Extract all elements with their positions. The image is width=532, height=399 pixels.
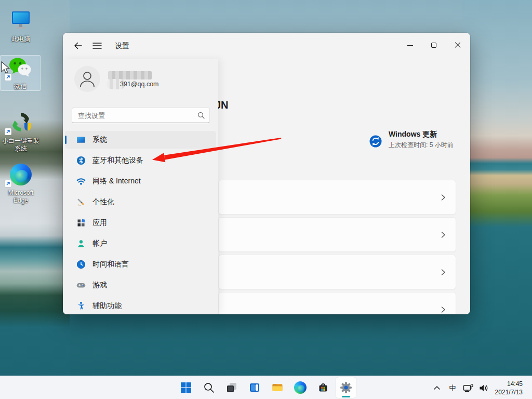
settings-taskbar-button[interactable]: [336, 377, 356, 398]
apps-icon: [76, 218, 86, 228]
ime-indicator[interactable]: 中: [445, 376, 460, 399]
nav-item-time-language[interactable]: 时间和语言: [65, 256, 216, 273]
search-icon: [203, 382, 215, 393]
settings-row[interactable]: [218, 217, 456, 252]
clock-date: 2021/7/13: [491, 388, 523, 396]
shortcut-arrow-icon: [5, 180, 11, 187]
settings-gear-icon: [339, 381, 353, 394]
accounts-icon: [76, 239, 86, 248]
settings-nav-pane: 391@qq.com 系统: [63, 59, 218, 314]
nav-item-apps[interactable]: 应用: [65, 214, 216, 232]
maximize-icon: [431, 43, 436, 48]
menu-button[interactable]: [90, 39, 104, 52]
ethernet-icon: [463, 383, 473, 393]
desktop-icon-label: 微信: [14, 83, 26, 90]
gamepad-icon: [76, 281, 86, 290]
nav-item-personalization[interactable]: 个性化: [65, 193, 216, 211]
file-explorer-icon: [271, 381, 284, 394]
nav-item-label: 应用: [92, 218, 107, 228]
edge-icon: [1, 162, 41, 187]
nav-item-label: 游戏: [92, 281, 107, 290]
widgets-icon: [248, 381, 261, 394]
chevron-right-icon: [440, 269, 446, 276]
close-button[interactable]: [446, 36, 470, 55]
store-button[interactable]: [313, 377, 334, 398]
windows-update-title: Windows 更新: [389, 130, 437, 139]
nav-item-label: 网络 & Internet: [92, 177, 141, 186]
nav-item-label: 帐户: [92, 239, 107, 248]
personalization-brush-icon: [76, 197, 86, 207]
settings-row[interactable]: [218, 255, 456, 289]
bluetooth-icon: [76, 156, 86, 165]
network-tray-button[interactable]: [460, 376, 476, 399]
nav-item-label: 个性化: [92, 197, 114, 207]
edge-taskbar-button[interactable]: [290, 377, 311, 398]
settings-window: 设置 JN Windows 更新: [63, 33, 470, 314]
clock-icon: [76, 260, 86, 269]
desktop-icon-label-line1: Microsoft: [1, 189, 41, 197]
task-view-button[interactable]: [221, 377, 242, 398]
volume-icon: [478, 383, 489, 393]
nav-item-bluetooth-devices[interactable]: 蓝牙和其他设备: [65, 152, 216, 169]
avatar[interactable]: [74, 66, 100, 92]
nav-item-accounts[interactable]: 帐户: [65, 235, 216, 252]
desktop-icon-edge[interactable]: Microsoft Edge: [1, 162, 41, 205]
desktop-icon-this-pc[interactable]: 此电脑: [1, 8, 41, 43]
wallpaper-right-shore: [462, 0, 532, 399]
windows-update-status: 上次检查时间: 5 小时前: [389, 141, 454, 150]
file-explorer-button[interactable]: [267, 377, 288, 398]
system-icon: [76, 135, 86, 144]
account-email: 391@qq.com: [120, 81, 159, 88]
minimize-icon: [407, 45, 413, 46]
chevron-up-icon: [433, 384, 441, 392]
search-input[interactable]: [72, 108, 210, 123]
wifi-icon: [76, 177, 86, 186]
window-title: 设置: [115, 33, 129, 59]
titlebar[interactable]: 设置: [63, 33, 470, 59]
nav-item-label: 辅助功能: [92, 301, 122, 311]
nav-item-network-internet[interactable]: 网络 & Internet: [65, 172, 216, 190]
edge-icon: [294, 381, 307, 394]
maximize-button[interactable]: [422, 36, 446, 55]
nav-item-gaming[interactable]: 游戏: [65, 276, 216, 294]
desktop-icon-xiaobai-reinstall[interactable]: 小白一键重装 系统: [1, 110, 41, 153]
taskbar-clock[interactable]: 14:45 2021/7/13: [491, 380, 532, 396]
store-icon: [317, 381, 329, 394]
system-tray: 中 14:45 2021/7/13: [429, 376, 532, 399]
close-icon: [455, 42, 461, 48]
taskbar: 中 14:45 2021/7/13: [0, 376, 532, 399]
nav-item-system[interactable]: 系统: [65, 131, 216, 149]
start-button[interactable]: [176, 377, 196, 398]
chevron-right-icon: [440, 306, 446, 313]
nav-item-label: 时间和语言: [92, 260, 129, 269]
nav-list: 系统 蓝牙和其他设备: [65, 131, 216, 314]
volume-tray-button[interactable]: [476, 376, 491, 399]
back-button[interactable]: [71, 39, 85, 52]
start-icon: [180, 382, 192, 393]
settings-row[interactable]: [218, 180, 456, 215]
desktop-icon-label-line2: Edge: [1, 197, 41, 205]
minimize-button[interactable]: [398, 36, 422, 55]
mouse-cursor-icon: [0, 61, 10, 77]
nav-item-label: 蓝牙和其他设备: [92, 156, 143, 165]
taskbar-search-button[interactable]: [198, 377, 219, 398]
widgets-button[interactable]: [244, 377, 265, 398]
accessibility-icon: [76, 301, 86, 311]
active-app-indicator: [342, 396, 350, 397]
this-pc-icon: [1, 8, 41, 33]
desktop-icon-label: 此电脑: [11, 35, 30, 43]
nav-item-label: 系统: [92, 135, 107, 144]
nav-item-accessibility[interactable]: 辅助功能: [65, 297, 216, 314]
desktop-icon-label-line2: 系统: [1, 145, 41, 153]
settings-row[interactable]: [218, 292, 456, 314]
windows-update-sync-icon: [369, 135, 382, 150]
desktop: 此电脑 微信: [0, 0, 532, 399]
taskbar-center-icons: [176, 377, 356, 398]
chevron-right-icon: [440, 194, 446, 201]
selected-indicator: [65, 136, 66, 144]
tray-chevron-up-button[interactable]: [429, 376, 445, 399]
chevron-right-icon: [440, 231, 446, 238]
account-name-redacted: [108, 71, 152, 79]
shortcut-arrow-icon: [5, 128, 11, 135]
clock-time: 14:45: [491, 380, 523, 388]
